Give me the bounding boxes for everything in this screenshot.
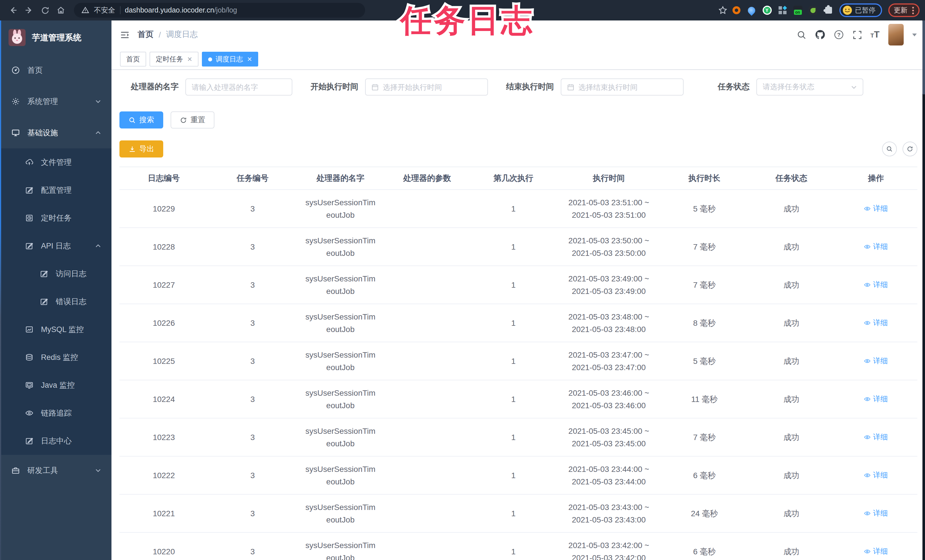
cell-status: 成功 xyxy=(748,190,835,228)
extension-grid-icon[interactable] xyxy=(777,5,787,15)
sidebar-item-log-center[interactable]: 日志中心 xyxy=(0,427,111,455)
cell-execute-index: 1 xyxy=(470,342,557,380)
cell-handler-param xyxy=(384,418,470,456)
address-bar[interactable]: 不安全 dashboard.yudao.iocoder.cn/job/log xyxy=(74,3,365,18)
paused-chip-label: 已暂停 xyxy=(855,5,875,15)
end-time-picker[interactable] xyxy=(561,78,684,95)
profile-paused-chip[interactable]: 已暂停 xyxy=(839,3,882,17)
logo-row[interactable]: 芋道管理系统 xyxy=(0,21,111,54)
browser-update-button[interactable]: 更新 xyxy=(888,3,919,17)
tab-home[interactable]: 首页 xyxy=(120,52,146,66)
extension-orange-icon[interactable] xyxy=(731,5,741,15)
sidebar-item-infrastructure[interactable]: 基础设施 xyxy=(0,117,111,148)
col-handler-param: 处理器的参数 xyxy=(384,167,470,190)
github-icon[interactable] xyxy=(815,30,825,40)
table-row: 10225 3 sysUserSessionTimeoutJob 1 2021-… xyxy=(119,342,917,380)
sidebar-item-file-manage[interactable]: 文件管理 xyxy=(0,148,111,176)
sidebar-item-access-log[interactable]: 访问日志 xyxy=(0,260,111,288)
tab-close-icon[interactable]: ✕ xyxy=(247,56,252,63)
calendar-icon xyxy=(371,83,379,91)
begin-time-picker[interactable] xyxy=(365,78,488,95)
font-size-icon[interactable]: TT xyxy=(871,30,880,40)
forward-icon[interactable] xyxy=(22,3,36,18)
cell-handler-name: sysUserSessionTimeoutJob xyxy=(297,380,384,418)
sidebar-item-api-log[interactable]: API 日志 xyxy=(0,232,111,260)
detail-link[interactable]: 详细 xyxy=(864,431,888,443)
detail-link[interactable]: 详细 xyxy=(864,469,888,481)
detail-link[interactable]: 详细 xyxy=(864,393,888,405)
detail-link[interactable]: 详细 xyxy=(864,507,888,519)
sidebar-item-dev-tools[interactable]: 研发工具 xyxy=(0,455,111,486)
sidebar-edge-highlight xyxy=(0,21,1,560)
detail-link[interactable]: 详细 xyxy=(864,240,888,253)
sidebar-item-job[interactable]: 定时任务 xyxy=(0,204,111,232)
reset-button-label: 重置 xyxy=(190,115,205,125)
extensions-puzzle-icon[interactable] xyxy=(823,5,833,15)
reload-icon[interactable] xyxy=(38,3,52,18)
tab-label: 调度日志 xyxy=(215,54,243,64)
sidebar-item-java-monitor[interactable]: Java 监控 xyxy=(0,371,111,399)
handler-name-input[interactable] xyxy=(192,83,286,91)
sidebar-item-label: 访问日志 xyxy=(56,269,86,279)
task-status-select[interactable]: 请选择任务状态 xyxy=(756,78,863,95)
security-warning-icon[interactable] xyxy=(81,6,89,14)
sidebar-item-config-manage[interactable]: 配置管理 xyxy=(0,176,111,204)
cell-status: 成功 xyxy=(748,418,835,456)
sidebar-item-label: 基础设施 xyxy=(27,128,58,138)
reset-button[interactable]: 重置 xyxy=(170,111,214,128)
extension-on-badge-icon[interactable]: on xyxy=(792,5,803,15)
breadcrumb-separator: / xyxy=(159,30,161,39)
fullscreen-icon[interactable] xyxy=(852,30,862,39)
sidebar-collapse-icon[interactable] xyxy=(120,30,130,39)
cell-handler-param xyxy=(384,456,470,494)
export-button[interactable]: 导出 xyxy=(119,140,163,158)
cell-task-id: 3 xyxy=(208,266,297,304)
browser-menu-kebab-icon[interactable] xyxy=(912,6,914,14)
detail-link[interactable]: 详细 xyxy=(864,354,888,367)
table-row: 10220 3 sysUserSessionTimeoutJob 1 2021-… xyxy=(119,533,917,560)
begin-time-input[interactable] xyxy=(383,83,482,91)
help-icon[interactable]: ? xyxy=(833,30,844,40)
header-search-icon[interactable] xyxy=(797,30,806,39)
tab-close-icon[interactable]: ✕ xyxy=(187,56,192,63)
page-scrollbar[interactable] xyxy=(922,21,925,560)
toggle-search-button[interactable] xyxy=(882,142,896,157)
extension-green-y-icon[interactable]: Y xyxy=(762,5,772,15)
search-button[interactable]: 搜索 xyxy=(119,111,163,128)
extension-leaf-icon[interactable] xyxy=(808,5,818,15)
sidebar-item-trace[interactable]: 链路追踪 xyxy=(0,399,111,427)
page-root: 不安全 dashboard.yudao.iocoder.cn/job/log Y… xyxy=(0,0,925,560)
cloud-upload-icon xyxy=(25,158,33,167)
header-actions: ? TT xyxy=(797,24,916,45)
sidebar-item-mysql-monitor[interactable]: MySQL 监控 xyxy=(0,316,111,343)
scrollbar-thumb[interactable] xyxy=(922,21,925,94)
detail-link[interactable]: 详细 xyxy=(864,545,888,557)
sidebar-item-redis-monitor[interactable]: Redis 监控 xyxy=(0,343,111,371)
tab-timed-task[interactable]: 定时任务 ✕ xyxy=(149,52,199,66)
error-log-icon xyxy=(40,297,48,306)
home-icon[interactable] xyxy=(53,3,68,18)
breadcrumb-home[interactable]: 首页 xyxy=(138,30,154,40)
sidebar-item-home[interactable]: 首页 xyxy=(0,54,111,86)
user-menu-caret-icon[interactable] xyxy=(912,33,916,36)
detail-link-label: 详细 xyxy=(873,278,888,291)
sidebar-item-error-log[interactable]: 错误日志 xyxy=(0,288,111,316)
cell-handler-param xyxy=(384,228,470,266)
detail-link[interactable]: 详细 xyxy=(864,278,888,291)
url-text[interactable]: dashboard.yudao.iocoder.cn/job/log xyxy=(125,6,237,14)
cell-execute-index: 1 xyxy=(470,380,557,418)
cell-log-id: 10228 xyxy=(119,228,208,266)
end-time-input[interactable] xyxy=(579,83,677,91)
cell-execute-time: 2021-05-03 23:45:00 ~2021-05-03 23:45:00 xyxy=(556,418,661,456)
cell-execute-index: 1 xyxy=(470,228,557,266)
sidebar-item-system[interactable]: 系统管理 xyxy=(0,86,111,117)
back-icon[interactable] xyxy=(6,3,21,18)
sidebar-item-label: 系统管理 xyxy=(27,96,58,107)
user-avatar[interactable] xyxy=(888,24,903,45)
bookmark-star-icon[interactable] xyxy=(715,3,730,18)
extension-blue-drop-icon[interactable] xyxy=(746,5,757,15)
detail-link[interactable]: 详细 xyxy=(864,316,888,329)
detail-link[interactable]: 详细 xyxy=(864,202,888,215)
refresh-table-button[interactable] xyxy=(902,142,917,157)
tab-schedule-log[interactable]: 调度日志 ✕ xyxy=(202,52,258,66)
